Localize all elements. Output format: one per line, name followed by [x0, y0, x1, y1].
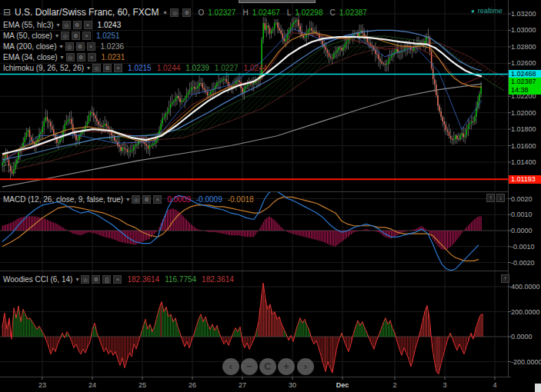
symbol-eye-button[interactable]: ◎	[170, 8, 179, 17]
low-value: 1.02298	[295, 8, 322, 17]
macd-dropdown-caret[interactable]: ▾	[126, 195, 129, 204]
macd-axis-label: -0.0020	[511, 259, 541, 267]
macd-axis-label: -0.0010	[511, 243, 541, 251]
scroll-right-button[interactable]: ›	[297, 358, 314, 375]
ma200-dropdown-caret[interactable]: ▾	[59, 42, 62, 51]
price-axis-label: 1.02800	[511, 43, 541, 51]
realtime-dot-icon: ●	[471, 8, 475, 15]
ema55-value: 1.0243	[98, 21, 122, 30]
zoom-out-button[interactable]: −	[241, 358, 258, 375]
price-axis-label: 1.02000	[511, 109, 541, 117]
cci-value-3: 182.3614	[202, 275, 234, 284]
time-axis-label: 3	[442, 381, 446, 389]
time-axis-label: 26	[189, 381, 196, 389]
macd-pane-down-button[interactable]: ↓	[496, 194, 505, 202]
collapse-legend-icon[interactable]: ⊟	[3, 7, 11, 18]
ema55-gear-button[interactable]: ⚙	[73, 21, 82, 29]
ichimoku-value-4: 1.0227	[215, 64, 239, 73]
price-axis-label: 1.01400	[511, 158, 541, 166]
symbol-dropdown-caret[interactable]: ▾	[163, 9, 166, 16]
reset-view-button[interactable]: C	[259, 358, 276, 375]
macd-gear-button[interactable]: ⚙	[142, 195, 151, 204]
macd-hist-value: 0.0009	[167, 195, 191, 204]
ichimoku-value-1: 1.0215	[128, 64, 152, 73]
indicator-row-macd: MACD (12, 26, close, 9, false, true) ▾ ◎…	[3, 194, 254, 204]
indicator-row-ema34: EMA (34, close) ▾ ◎ ⚙ × 1.0231	[3, 52, 125, 62]
ema34-dropdown-caret[interactable]: ▾	[61, 53, 64, 62]
time-axis-label: 30	[289, 381, 296, 389]
last-price-label: 1.02387	[509, 78, 541, 86]
ma200-gear-button[interactable]: ⚙	[76, 42, 85, 51]
ichimoku-close-button[interactable]: ×	[114, 64, 122, 72]
cci-gear-button[interactable]: ⚙	[92, 275, 100, 284]
time-axis-label: 27	[239, 381, 246, 389]
ma50-gear-button[interactable]: ⚙	[72, 32, 80, 40]
open-value: 1.02327	[208, 8, 235, 17]
time-axis-label: Dec	[336, 381, 349, 389]
ichimoku-eye-button[interactable]: ◎	[92, 64, 101, 72]
clipped-tooltip	[239, 0, 316, 3]
cci-axis-label: 0.0000	[511, 333, 541, 341]
cci-eye-button[interactable]: ◎	[81, 275, 89, 284]
ichimoku-dropdown-caret[interactable]: ▾	[87, 64, 90, 73]
macd-eye-button[interactable]: ◎	[132, 195, 140, 204]
ema34-close-button[interactable]: ×	[88, 53, 96, 61]
macd-axis-label: 0.0000	[511, 227, 541, 234]
ema55-eye-button[interactable]: ◎	[62, 21, 71, 29]
price-axis-label: 1.03000	[511, 26, 541, 34]
ichimoku-value-2: 1.0244	[157, 64, 181, 73]
cci-pane-up-button[interactable]: ↑	[501, 274, 509, 283]
macd-pane-up-button[interactable]: ↑	[486, 194, 495, 202]
macd-signal-value: -0.0018	[228, 195, 254, 204]
macd-axis-label: 0.0020	[511, 195, 541, 203]
zoom-in-button[interactable]: +	[278, 358, 295, 375]
ma50-dropdown-caret[interactable]: ▾	[55, 32, 58, 41]
ma50-close-button[interactable]: ×	[82, 32, 91, 40]
symbol-title: U.S. Dollar/Swiss Franc, 60, FXCM	[15, 7, 159, 18]
low-label: L	[287, 8, 292, 17]
alert-price-label: 1.01193	[509, 175, 541, 184]
trading-chart-window: ⊟ U.S. Dollar/Swiss Franc, 60, FXCM ▾ ◎ …	[0, 0, 541, 392]
cci-close-button[interactable]: ×	[113, 275, 122, 284]
ichimoku-gear-button[interactable]: ⚙	[103, 64, 112, 72]
cci-value-2: 116.7754	[165, 275, 196, 284]
ma200-eye-button[interactable]: ◎	[65, 42, 74, 51]
indicator-row-ma200: MA (200, close) ▾ ◎ ⚙ × 1.0236	[3, 42, 124, 51]
scroll-left-button[interactable]: ‹	[222, 358, 239, 375]
indicator-row-ma50: MA (50, close) ▾ ◎ ⚙ × 1.0251	[3, 31, 120, 41]
ema55-close-button[interactable]: ×	[84, 21, 92, 29]
macd-close-button[interactable]: ×	[153, 195, 162, 204]
symbol-header: ⊟ U.S. Dollar/Swiss Franc, 60, FXCM ▾ ◎ …	[3, 6, 367, 18]
ma50-value: 1.0251	[96, 32, 120, 41]
symbol-gear-button[interactable]: ⚙	[182, 8, 191, 17]
ma200-value: 1.0236	[101, 42, 125, 51]
ema34-eye-button[interactable]: ◎	[66, 53, 75, 61]
high-value: 1.02467	[252, 8, 280, 17]
time-axis-label: 4	[493, 381, 496, 389]
ema34-gear-button[interactable]: ⚙	[77, 53, 85, 61]
indicator-row-ema55: EMA (55, hlc3) ▾ ◎ ⚙ × 1.0243	[3, 20, 121, 30]
ema34-value: 1.0231	[102, 53, 125, 62]
ema55-dropdown-caret[interactable]: ▾	[57, 21, 60, 30]
close-value: 1.02387	[339, 8, 367, 17]
realtime-label: realtime	[478, 7, 503, 15]
macd-axis-label: 0.0010	[511, 211, 541, 218]
close-label: C	[330, 8, 336, 17]
indicator-row-ichimoku: Ichimoku (9, 26, 52, 26) ▾ ◎ ⚙ × 1.0215 …	[3, 63, 267, 73]
ma50-eye-button[interactable]: ◎	[61, 32, 69, 40]
time-axis-label: 25	[139, 381, 146, 389]
time-axis-label: 23	[38, 381, 46, 389]
bar-countdown-label: 14:38	[509, 86, 541, 95]
time-axis-label: 24	[88, 381, 96, 389]
ma200-close-button[interactable]: ×	[87, 42, 95, 51]
ichimoku-value-3: 1.0239	[185, 64, 209, 73]
cci-source-button[interactable]: {}	[102, 275, 111, 284]
macd-line-value: -0.0009	[196, 195, 222, 204]
cci-dropdown-caret[interactable]: ▾	[75, 275, 78, 284]
cci-axis-label: 200.0000	[511, 308, 541, 316]
high-label: H	[242, 8, 248, 17]
ichimoku-value-5: 1.0244	[243, 64, 267, 73]
cci-value-1: 182.3614	[127, 275, 159, 284]
resize-corner	[535, 384, 541, 392]
price-axis-label: 1.01600	[511, 142, 541, 150]
